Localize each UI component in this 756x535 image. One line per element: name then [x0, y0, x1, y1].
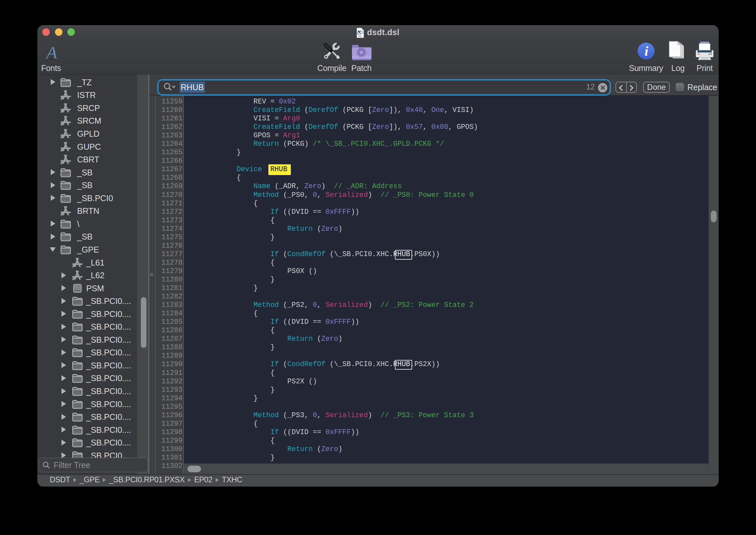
svg-text:A: A: [45, 42, 57, 61]
svg-text:DSL: DSL: [359, 35, 363, 37]
svg-text:i: i: [644, 43, 648, 59]
